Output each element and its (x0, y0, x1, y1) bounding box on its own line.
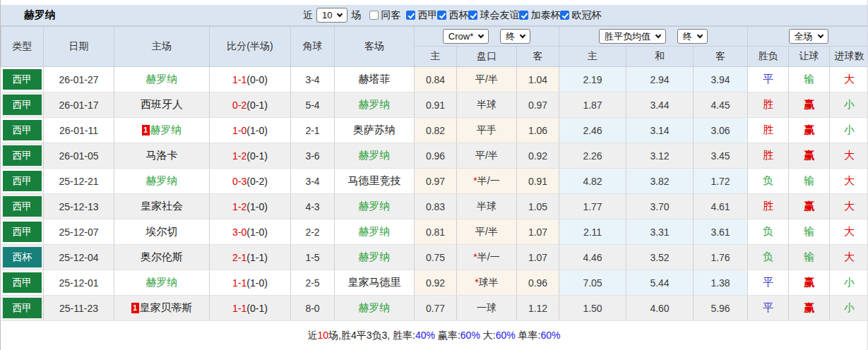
goals-result-value: 小 (844, 123, 855, 135)
odds-home-cell: 0.97 (415, 169, 457, 194)
col-header-avg-away: 客 (694, 47, 748, 67)
avg-time-select[interactable]: 终 (677, 29, 708, 44)
fulltime-score: 1-1 (232, 303, 246, 314)
result-value: 胜 (763, 123, 773, 135)
avg-draw-cell: 3.70 (626, 194, 694, 219)
recent-count-select[interactable]: 10 (316, 8, 347, 23)
odds-home-cell: 0.81 (415, 219, 457, 245)
competition-filter-label: 球会友谊 (480, 9, 519, 22)
handicap-result-cell: 输 (789, 169, 830, 194)
away-team-cell: 赫罗纳 (335, 296, 415, 321)
date-cell: 26-01-17 (44, 92, 114, 118)
summary-count: 10 (318, 330, 329, 341)
halftime-score: (0-2) (246, 176, 268, 187)
match-row: 西甲26-01-05马洛卡1-2(0-1)3-6赫罗纳0.96平/半0.922.… (1, 143, 868, 169)
corners-cell: 5-4 (291, 92, 335, 118)
odds-home-cell: 0.96 (415, 143, 457, 169)
competition-badge: 西甲 (3, 196, 42, 217)
avg-home-cell: 4.82 (559, 169, 626, 194)
competition-filters: 西甲西杯球会友谊加泰杯欧冠杯 (406, 9, 601, 22)
recent-count-value: 10 (322, 10, 332, 20)
odds-home-cell: 0.75 (415, 245, 457, 270)
goals-result-value: 大 (844, 174, 855, 186)
corners-cell: 4-3 (291, 194, 335, 219)
competition-filter[interactable]: 球会友谊 (468, 9, 519, 22)
avg-draw-cell: 2.94 (626, 67, 694, 92)
corners-cell: 8-0 (291, 296, 335, 321)
competition-filter[interactable]: 西杯 (437, 9, 468, 22)
competition-cell: 西杯 (1, 245, 44, 270)
avg-group-header: 胜平负均值 终 (559, 27, 748, 47)
checkbox-checked-icon[interactable] (437, 11, 446, 20)
odds-home-cell: 0.92 (415, 270, 457, 296)
checkbox-unchecked-icon[interactable] (369, 11, 379, 20)
date-cell: 25-12-01 (44, 270, 114, 296)
checkbox-checked-icon[interactable] (468, 11, 477, 20)
competition-badge: 西甲 (3, 222, 42, 242)
competition-filter[interactable]: 加泰杯 (519, 9, 560, 22)
col-header-result: 胜负 (748, 47, 789, 67)
odds-away-cell: 1.05 (517, 194, 559, 219)
col-header-goals: 进球数 (830, 47, 868, 67)
corners-cell: 2-2 (291, 219, 335, 245)
competition-filter[interactable]: 欧冠杯 (560, 9, 601, 22)
same-away-filter[interactable]: 同客 (369, 9, 400, 22)
handicap-result-cell: 赢 (789, 270, 830, 296)
competition-cell: 西甲 (1, 143, 44, 169)
summary-prefix: 近 (308, 330, 318, 341)
date-cell: 25-12-21 (44, 169, 114, 194)
single-rate-label: 单率: (516, 330, 541, 341)
competition-badge: 西甲 (3, 69, 42, 90)
result-value: 负 (763, 225, 773, 237)
competition-filter-label: 欧冠杯 (571, 9, 601, 22)
match-row: 西甲25-12-07埃尔切3-0(1-0)2-2赫罗纳0.81平/半1.072.… (1, 219, 868, 245)
home-team-name: 埃尔切 (146, 225, 178, 237)
competition-filter[interactable]: 西甲 (406, 9, 437, 22)
result-value: 胜 (763, 149, 773, 161)
big-rate-label: 大: (480, 330, 496, 341)
checkbox-checked-icon[interactable] (406, 11, 415, 20)
odds-source-select[interactable]: Crow* (443, 29, 489, 44)
away-team-cell: 赫罗纳 (335, 245, 415, 270)
away-team-name: 赫罗纳 (359, 149, 391, 161)
handicap-result-cell: 赢 (789, 92, 830, 118)
result-cell: 胜 (748, 143, 789, 169)
match-row: 西甲26-01-111赫罗纳1-0(1-0)2-1奥萨苏纳0.82平手1.062… (1, 118, 868, 143)
checkbox-checked-icon[interactable] (560, 11, 569, 20)
fulltime-score: 2-1 (232, 252, 246, 263)
avg-source-select[interactable]: 胜平负均值 (599, 29, 666, 44)
competition-cell: 西甲 (1, 270, 44, 296)
away-team-name: 马德里竞技 (348, 174, 401, 186)
competition-cell: 西甲 (1, 296, 44, 321)
handicap-result-value: 赢 (804, 123, 814, 135)
result-cell: 平 (748, 270, 789, 296)
halftime-score: (0-1) (246, 99, 268, 111)
home-team-cell: 1赫罗纳 (114, 118, 210, 143)
col-header-score: 比分(半场) (210, 27, 291, 67)
competition-badge: 西甲 (3, 298, 42, 318)
col-header-handicap-result: 让球 (789, 47, 830, 67)
recent-label: 近 (303, 9, 313, 22)
handicap-result-value: 赢 (804, 200, 814, 212)
handicap-result-cell: 输 (789, 67, 830, 92)
corners-cell: 2-5 (291, 270, 335, 296)
handicap-result-cell: 赢 (789, 143, 830, 169)
checkbox-checked-icon[interactable] (519, 11, 528, 20)
home-team-cell: 1皇家贝蒂斯 (114, 296, 210, 321)
avg-home-cell: 4.46 (559, 245, 626, 270)
handicap-cell: 平/半 (457, 143, 517, 169)
result-value: 平 (763, 276, 773, 288)
odds-away-cell: 1.06 (517, 118, 559, 143)
result-value: 负 (763, 251, 773, 262)
scope-select[interactable]: 全场 (789, 29, 828, 44)
avg-away-cell: 3.61 (694, 219, 748, 245)
odds-time-select[interactable]: 终 (500, 29, 530, 44)
corners-cell: 1-5 (291, 245, 335, 270)
halftime-score: (1-0) (246, 125, 268, 136)
avg-time-value: 终 (683, 30, 692, 43)
home-team-name: 赫罗纳 (146, 73, 178, 85)
odds-home-cell: 0.84 (415, 67, 457, 92)
odds-home-cell: 0.91 (415, 92, 457, 118)
summary-bar: 近10场,胜4平3负3, 胜率:40% 赢率:60% 大:60% 单率:60% (1, 321, 867, 350)
fulltime-score: 1-1 (232, 277, 246, 289)
